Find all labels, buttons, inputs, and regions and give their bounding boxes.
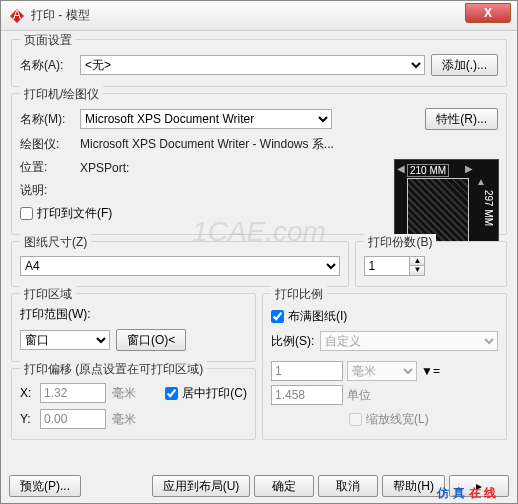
preview-width-label: 210 MM (407, 164, 449, 177)
paper-size-select[interactable]: A4 (20, 256, 340, 276)
offset-x-label: X: (20, 386, 34, 400)
copies-down[interactable]: ▼ (410, 266, 424, 275)
scale-lineweights-checkbox: 缩放线宽(L) (349, 411, 429, 428)
plotter-value: Microsoft XPS Document Writer - Windows … (80, 136, 334, 153)
paper-size-group: 图纸尺寸(Z) A4 (11, 241, 349, 287)
scale-select: 自定义 (320, 331, 498, 351)
description-label: 说明: (20, 182, 74, 199)
paper-size-title: 图纸尺寸(Z) (20, 234, 91, 251)
page-setup-title: 页面设置 (20, 32, 76, 49)
plot-what-select[interactable]: 窗口 (20, 330, 110, 350)
scale-values-group: 毫米 ▼= 单位 缩放线宽(L) (262, 361, 507, 440)
window-title: 打印 - 模型 (31, 7, 90, 24)
plot-area-group: 打印区域 打印范围(W): 窗口 窗口(O)< (11, 293, 256, 362)
print-to-file-checkbox[interactable]: 打印到文件(F) (20, 205, 112, 222)
scale-label: 比例(S): (271, 333, 314, 350)
plot-window-button[interactable]: 窗口(O)< (116, 329, 186, 351)
close-button[interactable]: X (465, 3, 511, 23)
offset-y-input (40, 409, 106, 429)
preview-button[interactable]: 预览(P)... (9, 475, 81, 497)
apply-layout-button[interactable]: 应用到布局(U) (152, 475, 251, 497)
dialog-body: 页面设置 名称(A): <无> 添加(.)... 打印机/绘图仪 名称(M): … (1, 31, 517, 469)
equals-icon: ▼= (421, 364, 439, 378)
scale-den-input (271, 385, 343, 405)
plotter-label: 绘图仪: (20, 136, 74, 153)
title-bar: A 打印 - 模型 X (1, 1, 517, 31)
fit-to-paper-checkbox[interactable]: 布满图纸(I) (271, 308, 347, 325)
plot-scale-group: 打印比例 布满图纸(I) 比例(S): 自定义 (262, 293, 507, 362)
svg-text:A: A (13, 8, 21, 22)
location-label: 位置: (20, 159, 74, 176)
offset-x-unit: 毫米 (112, 385, 136, 402)
copies-input[interactable] (364, 256, 410, 276)
center-plot-checkbox[interactable]: 居中打印(C) (165, 385, 247, 402)
plot-offset-group: 打印偏移 (原点设置在可打印区域) X: 毫米 居中打印(C) Y: 毫米 (11, 368, 256, 440)
page-setup-name-label: 名称(A): (20, 57, 74, 74)
print-dialog: A 打印 - 模型 X 页面设置 名称(A): <无> 添加(.)... 打印机… (0, 0, 518, 504)
help-button[interactable]: 帮助(H) (382, 475, 445, 497)
offset-y-label: Y: (20, 412, 34, 426)
expand-button[interactable]: ▸ (449, 475, 509, 497)
printer-name-label: 名称(M): (20, 111, 74, 128)
location-value: XPSPort: (80, 161, 129, 175)
copies-spinner[interactable]: ▲▼ (364, 256, 425, 276)
printer-title: 打印机/绘图仪 (20, 86, 103, 103)
printer-name-select[interactable]: Microsoft XPS Document Writer (80, 109, 332, 129)
cancel-button[interactable]: 取消 (318, 475, 378, 497)
scale-den-unit: 单位 (347, 387, 417, 404)
add-page-setup-button[interactable]: 添加(.)... (431, 54, 498, 76)
copies-title: 打印份数(B) (364, 234, 436, 251)
ok-button[interactable]: 确定 (254, 475, 314, 497)
plot-offset-title: 打印偏移 (原点设置在可打印区域) (20, 361, 207, 378)
offset-y-unit: 毫米 (112, 411, 136, 428)
dialog-footer: 预览(P)... 应用到布局(U) 确定 取消 帮助(H) ▸ (1, 469, 517, 503)
plot-area-title: 打印区域 (20, 286, 76, 303)
page-setup-name-select[interactable]: <无> (80, 55, 425, 75)
scale-num-input (271, 361, 343, 381)
offset-x-input (40, 383, 106, 403)
page-setup-group: 页面设置 名称(A): <无> 添加(.)... (11, 39, 507, 87)
app-icon: A (9, 8, 25, 24)
plot-scale-title: 打印比例 (271, 286, 327, 303)
preview-height-label: 297 MM (483, 190, 494, 226)
scale-num-unit: 毫米 (347, 361, 417, 381)
plot-what-label: 打印范围(W): (20, 306, 247, 323)
copies-group: 打印份数(B) ▲▼ (355, 241, 507, 287)
printer-properties-button[interactable]: 特性(R)... (425, 108, 498, 130)
